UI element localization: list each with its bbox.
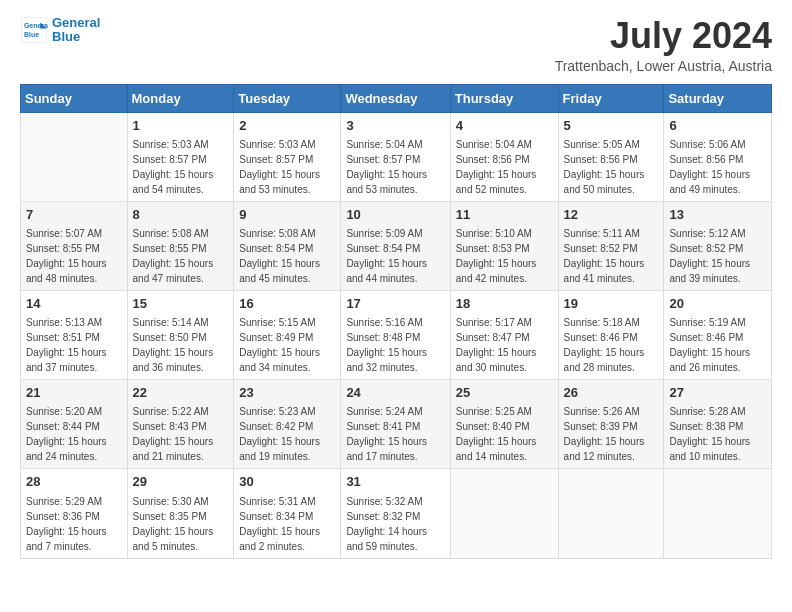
- day-info: Sunrise: 5:03 AMSunset: 8:57 PMDaylight:…: [239, 137, 335, 197]
- table-row: 3Sunrise: 5:04 AMSunset: 8:57 PMDaylight…: [341, 112, 450, 201]
- day-info: Sunrise: 5:09 AMSunset: 8:54 PMDaylight:…: [346, 226, 444, 286]
- location: Trattenbach, Lower Austria, Austria: [555, 58, 772, 74]
- calendar-header-row: Sunday Monday Tuesday Wednesday Thursday…: [21, 84, 772, 112]
- table-row: 15Sunrise: 5:14 AMSunset: 8:50 PMDayligh…: [127, 290, 234, 379]
- svg-rect-0: [22, 18, 47, 43]
- day-number: 20: [669, 295, 766, 313]
- col-monday: Monday: [127, 84, 234, 112]
- day-info: Sunrise: 5:17 AMSunset: 8:47 PMDaylight:…: [456, 315, 553, 375]
- col-tuesday: Tuesday: [234, 84, 341, 112]
- svg-text:Blue: Blue: [24, 31, 39, 38]
- day-number: 9: [239, 206, 335, 224]
- page: General Blue General Blue July 2024 Trat…: [0, 0, 792, 612]
- day-info: Sunrise: 5:05 AMSunset: 8:56 PMDaylight:…: [564, 137, 659, 197]
- day-number: 31: [346, 473, 444, 491]
- day-number: 26: [564, 384, 659, 402]
- day-info: Sunrise: 5:03 AMSunset: 8:57 PMDaylight:…: [133, 137, 229, 197]
- day-info: Sunrise: 5:30 AMSunset: 8:35 PMDaylight:…: [133, 494, 229, 554]
- day-number: 10: [346, 206, 444, 224]
- col-wednesday: Wednesday: [341, 84, 450, 112]
- day-info: Sunrise: 5:06 AMSunset: 8:56 PMDaylight:…: [669, 137, 766, 197]
- day-number: 22: [133, 384, 229, 402]
- day-number: 1: [133, 117, 229, 135]
- day-number: 8: [133, 206, 229, 224]
- day-info: Sunrise: 5:23 AMSunset: 8:42 PMDaylight:…: [239, 404, 335, 464]
- day-info: Sunrise: 5:08 AMSunset: 8:54 PMDaylight:…: [239, 226, 335, 286]
- day-info: Sunrise: 5:12 AMSunset: 8:52 PMDaylight:…: [669, 226, 766, 286]
- day-number: 6: [669, 117, 766, 135]
- day-info: Sunrise: 5:07 AMSunset: 8:55 PMDaylight:…: [26, 226, 122, 286]
- table-row: 13Sunrise: 5:12 AMSunset: 8:52 PMDayligh…: [664, 201, 772, 290]
- day-number: 28: [26, 473, 122, 491]
- day-info: Sunrise: 5:16 AMSunset: 8:48 PMDaylight:…: [346, 315, 444, 375]
- header: General Blue General Blue July 2024 Trat…: [20, 16, 772, 74]
- table-row: 27Sunrise: 5:28 AMSunset: 8:38 PMDayligh…: [664, 380, 772, 469]
- day-info: Sunrise: 5:13 AMSunset: 8:51 PMDaylight:…: [26, 315, 122, 375]
- table-row: 23Sunrise: 5:23 AMSunset: 8:42 PMDayligh…: [234, 380, 341, 469]
- day-info: Sunrise: 5:31 AMSunset: 8:34 PMDaylight:…: [239, 494, 335, 554]
- day-info: Sunrise: 5:22 AMSunset: 8:43 PMDaylight:…: [133, 404, 229, 464]
- logo: General Blue General Blue: [20, 16, 100, 45]
- day-number: 27: [669, 384, 766, 402]
- table-row: 19Sunrise: 5:18 AMSunset: 8:46 PMDayligh…: [558, 290, 664, 379]
- day-number: 18: [456, 295, 553, 313]
- day-number: 15: [133, 295, 229, 313]
- day-number: 3: [346, 117, 444, 135]
- day-info: Sunrise: 5:20 AMSunset: 8:44 PMDaylight:…: [26, 404, 122, 464]
- day-number: 23: [239, 384, 335, 402]
- day-number: 17: [346, 295, 444, 313]
- day-info: Sunrise: 5:04 AMSunset: 8:56 PMDaylight:…: [456, 137, 553, 197]
- table-row: 26Sunrise: 5:26 AMSunset: 8:39 PMDayligh…: [558, 380, 664, 469]
- col-friday: Friday: [558, 84, 664, 112]
- day-number: 5: [564, 117, 659, 135]
- day-number: 11: [456, 206, 553, 224]
- day-number: 7: [26, 206, 122, 224]
- table-row: [558, 469, 664, 558]
- table-row: 16Sunrise: 5:15 AMSunset: 8:49 PMDayligh…: [234, 290, 341, 379]
- table-row: 24Sunrise: 5:24 AMSunset: 8:41 PMDayligh…: [341, 380, 450, 469]
- calendar-week-row: 28Sunrise: 5:29 AMSunset: 8:36 PMDayligh…: [21, 469, 772, 558]
- day-number: 21: [26, 384, 122, 402]
- day-number: 14: [26, 295, 122, 313]
- table-row: 25Sunrise: 5:25 AMSunset: 8:40 PMDayligh…: [450, 380, 558, 469]
- col-saturday: Saturday: [664, 84, 772, 112]
- table-row: [21, 112, 128, 201]
- calendar-week-row: 1Sunrise: 5:03 AMSunset: 8:57 PMDaylight…: [21, 112, 772, 201]
- title-block: July 2024 Trattenbach, Lower Austria, Au…: [555, 16, 772, 74]
- calendar-table: Sunday Monday Tuesday Wednesday Thursday…: [20, 84, 772, 559]
- table-row: 8Sunrise: 5:08 AMSunset: 8:55 PMDaylight…: [127, 201, 234, 290]
- day-number: 30: [239, 473, 335, 491]
- day-info: Sunrise: 5:25 AMSunset: 8:40 PMDaylight:…: [456, 404, 553, 464]
- logo-icon: General Blue: [20, 16, 48, 44]
- table-row: 9Sunrise: 5:08 AMSunset: 8:54 PMDaylight…: [234, 201, 341, 290]
- table-row: 4Sunrise: 5:04 AMSunset: 8:56 PMDaylight…: [450, 112, 558, 201]
- day-info: Sunrise: 5:28 AMSunset: 8:38 PMDaylight:…: [669, 404, 766, 464]
- day-info: Sunrise: 5:19 AMSunset: 8:46 PMDaylight:…: [669, 315, 766, 375]
- day-info: Sunrise: 5:08 AMSunset: 8:55 PMDaylight:…: [133, 226, 229, 286]
- calendar-week-row: 7Sunrise: 5:07 AMSunset: 8:55 PMDaylight…: [21, 201, 772, 290]
- table-row: 21Sunrise: 5:20 AMSunset: 8:44 PMDayligh…: [21, 380, 128, 469]
- table-row: [450, 469, 558, 558]
- day-info: Sunrise: 5:04 AMSunset: 8:57 PMDaylight:…: [346, 137, 444, 197]
- table-row: 17Sunrise: 5:16 AMSunset: 8:48 PMDayligh…: [341, 290, 450, 379]
- calendar-week-row: 14Sunrise: 5:13 AMSunset: 8:51 PMDayligh…: [21, 290, 772, 379]
- table-row: 22Sunrise: 5:22 AMSunset: 8:43 PMDayligh…: [127, 380, 234, 469]
- day-info: Sunrise: 5:29 AMSunset: 8:36 PMDaylight:…: [26, 494, 122, 554]
- day-number: 19: [564, 295, 659, 313]
- day-info: Sunrise: 5:32 AMSunset: 8:32 PMDaylight:…: [346, 494, 444, 554]
- logo-text: General Blue: [52, 16, 100, 45]
- table-row: 29Sunrise: 5:30 AMSunset: 8:35 PMDayligh…: [127, 469, 234, 558]
- table-row: 7Sunrise: 5:07 AMSunset: 8:55 PMDaylight…: [21, 201, 128, 290]
- day-info: Sunrise: 5:18 AMSunset: 8:46 PMDaylight:…: [564, 315, 659, 375]
- month-title: July 2024: [555, 16, 772, 56]
- table-row: 31Sunrise: 5:32 AMSunset: 8:32 PMDayligh…: [341, 469, 450, 558]
- table-row: 6Sunrise: 5:06 AMSunset: 8:56 PMDaylight…: [664, 112, 772, 201]
- table-row: 12Sunrise: 5:11 AMSunset: 8:52 PMDayligh…: [558, 201, 664, 290]
- day-number: 16: [239, 295, 335, 313]
- day-number: 29: [133, 473, 229, 491]
- day-number: 13: [669, 206, 766, 224]
- day-info: Sunrise: 5:15 AMSunset: 8:49 PMDaylight:…: [239, 315, 335, 375]
- table-row: 14Sunrise: 5:13 AMSunset: 8:51 PMDayligh…: [21, 290, 128, 379]
- table-row: 18Sunrise: 5:17 AMSunset: 8:47 PMDayligh…: [450, 290, 558, 379]
- col-sunday: Sunday: [21, 84, 128, 112]
